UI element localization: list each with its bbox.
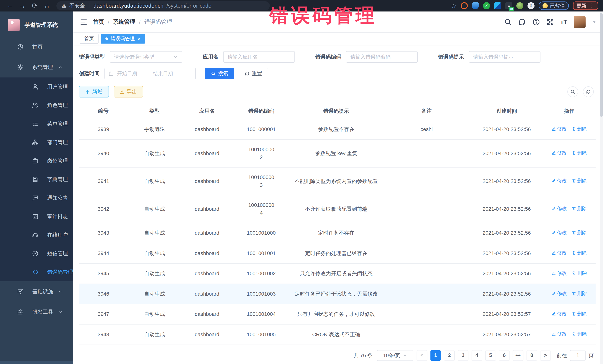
app-name-field[interactable]: [223, 51, 295, 63]
sidebar-item-user[interactable]: 用户管理: [0, 77, 73, 96]
delete-icon: [572, 251, 576, 255]
delete-link[interactable]: 删除: [572, 331, 587, 338]
extension-icon-6[interactable]: [516, 2, 523, 9]
browser-reload-icon[interactable]: ⟳: [29, 1, 40, 10]
dev-tools-icon: [17, 309, 24, 315]
edit-link[interactable]: 修改: [552, 249, 567, 256]
user-menu-caret-icon[interactable]: [592, 20, 597, 24]
sidebar-collapse-bar[interactable]: [0, 361, 73, 364]
sidebar-item-menu-list[interactable]: 菜单管理: [0, 115, 73, 133]
scrollbar-thumb[interactable]: [600, 13, 603, 117]
error-type-select[interactable]: [110, 51, 182, 63]
toggle-search-button[interactable]: [567, 86, 578, 97]
sidebar-item-post-badge[interactable]: 岗位管理: [0, 152, 73, 170]
view-tab-错误码管理[interactable]: 错误码管理×: [101, 34, 145, 44]
goto-page-input[interactable]: [570, 350, 586, 361]
page-button-1[interactable]: 1: [430, 350, 441, 361]
sidebar-item-sms-check[interactable]: 短信管理: [0, 244, 73, 263]
breadcrumb-item[interactable]: 系统管理: [113, 18, 135, 26]
sidebar-item-dev-tools[interactable]: 研发工具: [0, 302, 73, 322]
sidebar-item-announcement[interactable]: 通知公告: [0, 189, 73, 207]
search-icon[interactable]: [504, 18, 512, 26]
address-bar[interactable]: 不安全 dashboard.yudao.iocoder.cn/system/er…: [56, 1, 270, 10]
more-pages-button[interactable]: •••: [513, 350, 523, 361]
sidebar-item-audit-log[interactable]: 审计日志: [0, 207, 73, 226]
browser-menu-icon[interactable]: ⋮: [589, 3, 595, 9]
date-range-picker[interactable]: 开始日期 - 结束日期: [104, 68, 196, 79]
browser-home-icon[interactable]: ⌂: [42, 1, 52, 10]
page-scrollbar[interactable]: [600, 11, 603, 364]
profile-paused-chip[interactable]: 已暂停: [539, 1, 569, 10]
user-avatar[interactable]: [574, 16, 586, 28]
bookmark-star-icon[interactable]: ☆: [451, 2, 457, 10]
delete-link[interactable]: 删除: [572, 149, 587, 157]
extension-icon-5[interactable]: ≡on: [505, 2, 512, 9]
export-button[interactable]: 导出: [114, 86, 143, 98]
edit-link[interactable]: 修改: [552, 177, 567, 184]
extension-icon-2[interactable]: [472, 2, 479, 9]
reset-button[interactable]: 重置: [239, 68, 268, 79]
delete-link[interactable]: 删除: [572, 290, 587, 297]
hamburger-icon[interactable]: [80, 18, 88, 26]
browser-update-button[interactable]: 更新 ⋮: [573, 1, 598, 10]
sidebar-item-code[interactable]: 错误码管理: [0, 263, 73, 281]
help-icon[interactable]: [532, 18, 540, 26]
delete-link[interactable]: 删除: [572, 270, 587, 277]
edit-link[interactable]: 修改: [552, 205, 567, 212]
search-button[interactable]: 搜索: [205, 68, 234, 79]
page-button-2[interactable]: 2: [444, 350, 454, 361]
gear-icon: [17, 64, 24, 71]
error-msg-input[interactable]: [473, 54, 536, 60]
sidebar-item-org-tree[interactable]: 部门管理: [0, 133, 73, 152]
delete-link[interactable]: 删除: [572, 125, 587, 132]
sidebar-item-online-user[interactable]: 在线用户: [0, 226, 73, 244]
breadcrumb-item[interactable]: 首页: [93, 18, 104, 26]
prev-page-button[interactable]: <: [417, 350, 427, 361]
sidebar-item-infrastructure[interactable]: 基础设施: [0, 281, 73, 302]
app-logo-row[interactable]: 芋道管理系统: [0, 11, 73, 37]
page-size-select[interactable]: 10条/页: [377, 350, 413, 361]
edit-link[interactable]: 修改: [552, 270, 567, 277]
next-page-button[interactable]: >: [540, 350, 551, 361]
delete-link[interactable]: 删除: [572, 177, 587, 184]
edit-link[interactable]: 修改: [552, 310, 567, 318]
refresh-button[interactable]: [583, 86, 594, 97]
page-button-4[interactable]: 4: [472, 350, 482, 361]
sidebar-item-dictionary[interactable]: 字典管理: [0, 170, 73, 189]
github-icon[interactable]: [518, 18, 526, 26]
edit-link[interactable]: 修改: [552, 229, 567, 236]
add-button[interactable]: 新增: [79, 86, 109, 98]
edit-link[interactable]: 修改: [552, 331, 567, 338]
delete-link[interactable]: 删除: [572, 310, 587, 318]
fullscreen-icon[interactable]: [546, 18, 554, 26]
error-msg-field[interactable]: [469, 51, 541, 63]
close-tab-icon[interactable]: ×: [138, 36, 140, 41]
browser-forward-icon[interactable]: →: [17, 1, 28, 10]
start-date-placeholder[interactable]: 开始日期: [117, 70, 137, 77]
edit-link[interactable]: 修改: [552, 290, 567, 297]
sidebar-item-users[interactable]: 角色管理: [0, 96, 73, 115]
app-name-input[interactable]: [228, 54, 290, 60]
delete-link[interactable]: 删除: [572, 229, 587, 236]
edit-link[interactable]: 修改: [552, 125, 567, 132]
page-button-6[interactable]: 6: [499, 350, 510, 361]
delete-link[interactable]: 删除: [572, 205, 587, 212]
page-button-3[interactable]: 3: [458, 350, 468, 361]
sidebar-item-dashboard[interactable]: 首页: [0, 37, 73, 57]
extension-icon-4[interactable]: [494, 2, 501, 9]
error-code-input[interactable]: [350, 54, 413, 60]
error-code-field[interactable]: [346, 51, 418, 63]
page-button-5[interactable]: 5: [485, 350, 496, 361]
view-tab-首页[interactable]: 首页: [80, 34, 99, 44]
edit-link[interactable]: 修改: [552, 149, 567, 157]
delete-link[interactable]: 删除: [572, 249, 587, 256]
extension-icon-3[interactable]: ✓: [483, 2, 490, 9]
sidebar-item-gear[interactable]: 系统管理: [0, 57, 73, 77]
page-button-8[interactable]: 8: [527, 350, 537, 361]
extension-icon-7[interactable]: ❄: [527, 2, 534, 9]
font-size-icon[interactable]: тT: [560, 18, 567, 26]
extension-icon-1[interactable]: [461, 2, 468, 9]
browser-back-icon[interactable]: ←: [5, 1, 16, 10]
error-type-select-input[interactable]: [114, 54, 173, 60]
end-date-placeholder[interactable]: 结束日期: [153, 70, 173, 77]
